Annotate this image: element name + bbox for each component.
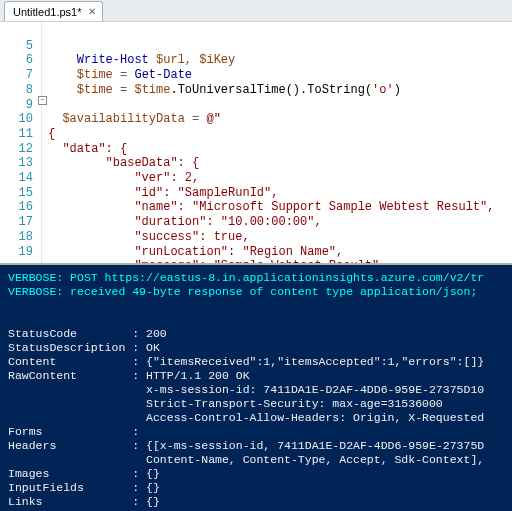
output-label: Content (8, 355, 132, 368)
variable: $time (134, 83, 170, 97)
variable: $iKey (199, 53, 235, 67)
output-label: Headers (8, 439, 132, 452)
output-label: Images (8, 467, 132, 480)
tab-untitled1[interactable]: Untitled1.ps1* ✕ (4, 1, 103, 21)
output-label: Forms (8, 425, 132, 438)
output-label: RawContent (8, 369, 132, 382)
code-line: "ver": (48, 171, 185, 185)
code-line: "success": true, (48, 230, 250, 244)
close-icon[interactable]: ✕ (88, 6, 96, 17)
code-area[interactable]: Write-Host $url, $iKey $time = Get-Date … (42, 22, 494, 263)
verbose-line: VERBOSE: received 49-byte response of co… (8, 285, 484, 298)
output-label: StatusCode (8, 327, 132, 340)
cmdlet: Write-Host (77, 53, 149, 67)
output-value: : {"itemsReceived":1,"itemsAccepted":1,"… (132, 355, 484, 368)
tab-title: Untitled1.ps1* (13, 6, 82, 18)
code-line: "baseData": { (48, 156, 199, 170)
output-value: : OK (132, 341, 160, 354)
output-label: StatusDescription (8, 341, 132, 354)
code-line: "data": { (48, 142, 127, 156)
code-editor[interactable]: 5 6 7 8 9 10 11 12 13 14 15 16 17 18 19 … (0, 22, 512, 265)
console-output[interactable]: VERBOSE: POST https://eastus-8.in.applic… (0, 265, 512, 511)
cmdlet: Get-Date (134, 68, 192, 82)
code-line: { (48, 127, 55, 141)
output-value: x-ms-session-id: 7411DA1E-D2AF-4DD6-959E… (8, 383, 484, 396)
output-value: : 200 (132, 327, 167, 340)
output-label: InputFields (8, 481, 132, 494)
code-line: "name": "Microsoft Support Sample Webtes… (48, 200, 494, 214)
verbose-line: VERBOSE: POST https://eastus-8.in.applic… (8, 271, 484, 284)
number: 2 (185, 171, 192, 185)
output-value: : {} (132, 467, 160, 480)
code-line (48, 39, 473, 53)
output-value: : (132, 425, 146, 438)
code-line: "runLocation": "Region Name", (48, 245, 343, 259)
output-value: : {} (132, 481, 160, 494)
variable: $availabilityData (62, 112, 184, 126)
tab-bar: Untitled1.ps1* ✕ (0, 0, 512, 22)
output-label: Links (8, 495, 132, 508)
output-value: : {[x-ms-session-id, 7411DA1E-D2AF-4DD6-… (132, 439, 484, 452)
fold-icon[interactable]: - (38, 96, 47, 105)
output-value: Access-Control-Allow-Headers: Origin, X-… (8, 411, 484, 424)
code-line: "duration": "10.00:00:00", (48, 215, 322, 229)
code-line: "id": "SampleRunId", (48, 186, 278, 200)
string: 'o' (372, 83, 394, 97)
output-value: Strict-Transport-Security: max-age=31536… (8, 397, 443, 410)
output-value: : {} (132, 495, 160, 508)
variable: $time (77, 83, 113, 97)
member-call: .ToUniversalTime().ToString( (170, 83, 372, 97)
output-value: Content-Name, Content-Type, Accept, Sdk-… (8, 453, 484, 466)
line-number-gutter: 5 6 7 8 9 10 11 12 13 14 15 16 17 18 19 (0, 22, 42, 263)
variable: $time (77, 68, 113, 82)
here-string: @" (206, 112, 220, 126)
variable: $url (156, 53, 185, 67)
output-value: : HTTP/1.1 200 OK (132, 369, 249, 382)
